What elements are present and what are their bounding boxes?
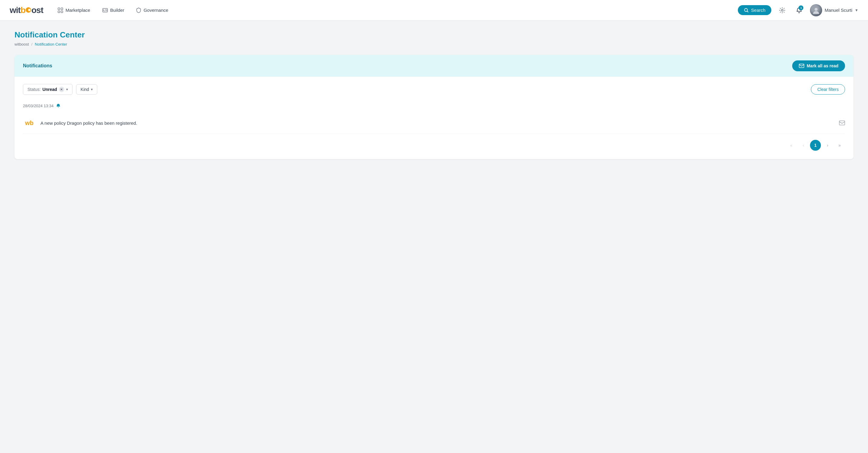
avatar-person-icon [812, 6, 820, 14]
breadcrumb-root[interactable]: witboost [14, 42, 29, 47]
clear-filters-button[interactable]: Clear filters [811, 84, 845, 94]
avatar-image [810, 4, 822, 16]
nav-builder[interactable]: Builder [98, 5, 129, 15]
page-1-button[interactable]: 1 [810, 140, 821, 151]
svg-rect-5 [61, 11, 63, 13]
status-filter-label: Status: [28, 87, 41, 92]
wb-logo-text: wb [25, 120, 33, 126]
svg-rect-10 [799, 64, 804, 68]
last-page-button[interactable]: » [834, 140, 845, 151]
logo-circle-icon [26, 7, 31, 13]
logo-b-letter: b [21, 5, 25, 15]
svg-point-1 [28, 9, 31, 11]
svg-rect-3 [61, 8, 63, 10]
builder-icon [102, 8, 108, 12]
card-header: Notifications Mark all as read [14, 55, 854, 77]
kind-filter-chevron-icon: ▾ [91, 87, 93, 91]
notification-timestamp: 28/03/2024 13:34 [23, 103, 845, 108]
status-filter-close[interactable]: ✕ [59, 87, 64, 92]
nav-governance[interactable]: Governance [131, 5, 173, 16]
status-filter-chevron-icon: ▾ [66, 87, 68, 91]
next-page-button[interactable]: › [822, 140, 833, 151]
pagination: « ‹ 1 › » [23, 134, 845, 152]
notification-badge: 1 [799, 5, 803, 10]
user-name: Manuel Scurti [825, 7, 852, 13]
svg-rect-11 [839, 121, 845, 125]
logo[interactable]: witbost [10, 5, 43, 15]
filters-row: Status: Unread ✕ ▾ Kind ▾ Clear filters [23, 84, 845, 95]
nav-marketplace[interactable]: Marketplace [53, 5, 95, 16]
nav-right: Search 1 Ma [738, 4, 858, 16]
page-title: Notification Center [14, 30, 854, 39]
marketplace-label: Marketplace [65, 7, 90, 13]
prev-page-button[interactable]: ‹ [798, 140, 809, 151]
notification-logo: wb [23, 117, 36, 129]
builder-label: Builder [110, 7, 124, 13]
notifications-button[interactable]: 1 [793, 4, 805, 16]
logo-wit: wit [10, 5, 21, 15]
logo-ost: ost [31, 5, 43, 15]
envelope-check-icon [799, 64, 804, 68]
envelope-icon[interactable] [839, 121, 845, 125]
breadcrumb-current: Notification Center [35, 42, 67, 47]
marketplace-icon [58, 7, 63, 13]
settings-button[interactable] [776, 4, 788, 16]
timestamp-text: 28/03/2024 13:34 [23, 103, 54, 108]
notification-text: A new policy Dragon policy has been regi… [40, 121, 828, 126]
mark-all-read-label: Mark all as read [807, 63, 838, 68]
mark-all-read-button[interactable]: Mark all as read [792, 60, 845, 71]
card-header-title: Notifications [23, 63, 52, 68]
bell-icon [56, 103, 61, 108]
avatar [810, 4, 822, 16]
breadcrumb-separator: / [31, 42, 33, 47]
card-body: Status: Unread ✕ ▾ Kind ▾ Clear filters … [14, 77, 854, 159]
gear-icon [779, 7, 785, 13]
kind-filter[interactable]: Kind ▾ [76, 84, 97, 94]
svg-point-8 [781, 9, 783, 11]
breadcrumb: witboost / Notification Center [14, 42, 854, 47]
search-icon [744, 8, 749, 13]
navbar: witbost Marketplace Builder [0, 0, 868, 21]
page-content: Notification Center witboost / Notificat… [0, 21, 868, 169]
nav-links: Marketplace Builder Governance [53, 5, 728, 16]
svg-rect-4 [58, 11, 60, 13]
svg-rect-2 [58, 8, 60, 10]
user-menu[interactable]: Manuel Scurti ▼ [810, 4, 858, 16]
notification-action [833, 121, 845, 125]
governance-icon [136, 7, 141, 13]
first-page-button[interactable]: « [786, 140, 797, 151]
notification-item: wb A new policy Dragon policy has been r… [23, 112, 845, 134]
search-label: Search [751, 7, 766, 13]
chevron-down-icon: ▼ [855, 8, 858, 12]
kind-filter-label: Kind [81, 87, 89, 92]
notifications-card: Notifications Mark all as read Status: U… [14, 55, 854, 159]
svg-point-9 [814, 8, 817, 11]
search-button[interactable]: Search [738, 5, 772, 15]
status-filter[interactable]: Status: Unread ✕ ▾ [23, 84, 72, 95]
status-filter-value: Unread [42, 87, 57, 92]
governance-label: Governance [144, 7, 168, 13]
